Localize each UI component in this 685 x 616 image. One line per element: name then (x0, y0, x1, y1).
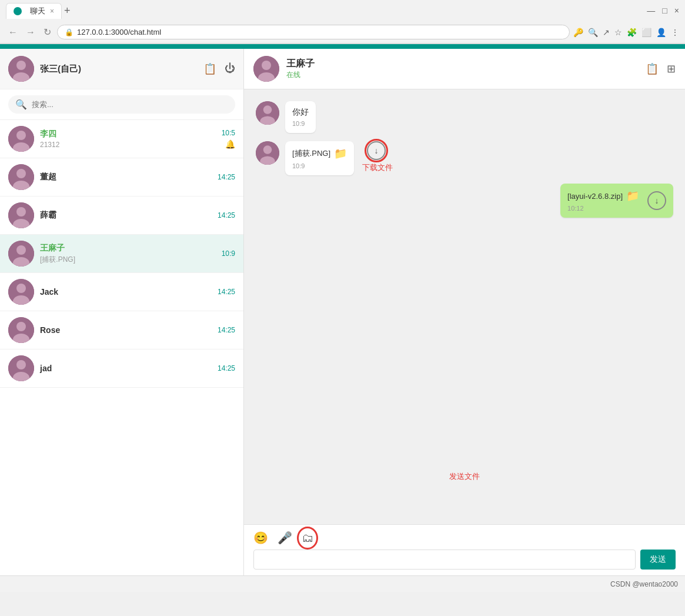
maximize-btn[interactable]: □ (662, 6, 667, 15)
chat-tools: 😊 🎤 🗂 (253, 531, 676, 545)
contact-meta: 14:25 (218, 211, 235, 219)
contact-name: jad (40, 364, 212, 373)
menu-icon[interactable]: ⋮ (671, 28, 679, 37)
download-group: ↓ 下载文件 (357, 141, 393, 173)
contact-avatar (8, 241, 34, 267)
sent-download-btn[interactable]: ↓ (647, 191, 666, 210)
tab-close-btn[interactable]: × (50, 7, 54, 15)
file-name: [捕获.PNG] (292, 148, 330, 159)
search-wrap[interactable]: 🔍 (8, 95, 235, 114)
contact-info: Jack (40, 287, 212, 297)
sidebar-view-icon[interactable]: ⬜ (641, 28, 651, 37)
forward-btn[interactable]: → (24, 25, 38, 40)
zoom-icon[interactable]: 🔍 (588, 28, 598, 37)
contact-meta: 14:25 (218, 173, 235, 181)
bottom-bar: CSDN @wentao2000 (0, 575, 685, 592)
sent-file-content: [layui-v2.6.8.zip] 📁 10:12 (567, 189, 639, 212)
svg-point-7 (16, 169, 26, 178)
msg-avatar (256, 101, 279, 125)
lock-icon: 🔒 (65, 28, 73, 36)
chat-input-area: 😊 🎤 🗂 发送 (244, 524, 685, 575)
download-icon: ↓ (375, 146, 379, 155)
contact-avatar (8, 355, 34, 381)
search-input[interactable] (32, 100, 228, 109)
emoji-icon[interactable]: 😊 (253, 531, 268, 545)
chat-contact-status: 在线 (286, 70, 639, 80)
svg-point-19 (16, 322, 26, 331)
star-icon[interactable]: ☆ (614, 28, 622, 37)
contact-item[interactable]: 董超 14:25 (0, 158, 243, 197)
svg-point-1 (16, 61, 26, 70)
browser-chrome: 聊天 × + — □ × ← → ↻ 🔒 127.0.0.1:3000/chat… (0, 0, 685, 44)
back-btn[interactable]: ← (6, 25, 20, 40)
msg-bubble-received: 你好 10:9 (285, 101, 316, 133)
contact-avatar (8, 279, 34, 305)
contact-meta: 14:25 (218, 364, 235, 372)
svg-point-25 (262, 61, 271, 70)
file-content: [捕获.PNG] 📁 10:9 (292, 147, 347, 169)
mic-icon[interactable]: 🎤 (278, 531, 292, 545)
chat-note-icon[interactable]: 📋 (646, 62, 659, 75)
close-btn[interactable]: × (674, 6, 679, 15)
download-btn[interactable]: ↓ (367, 141, 386, 160)
teal-accent-bar (0, 44, 685, 49)
msg-time: 10:9 (292, 120, 309, 127)
new-tab-btn[interactable]: + (64, 5, 71, 17)
contact-avatar (8, 317, 34, 343)
sidebar: 张三(自己) 📋 ⏻ 🔍 李四 (0, 49, 244, 575)
contact-time: 14:25 (218, 211, 235, 219)
contact-time: 14:25 (218, 173, 235, 181)
contact-item[interactable]: 李四 21312 10:5 🔔 (0, 120, 243, 158)
contact-item[interactable]: 王麻子 [捕获.PNG] 10:9 (0, 235, 243, 273)
contact-item[interactable]: 薛霸 14:25 (0, 197, 243, 235)
contact-name: 李四 (40, 129, 216, 139)
minimize-btn[interactable]: — (647, 6, 655, 15)
sent-file-time: 10:12 (567, 205, 639, 212)
contact-item[interactable]: Rose 14:25 (0, 311, 243, 349)
contact-avatar (8, 164, 34, 190)
contact-info: 李四 21312 (40, 129, 216, 149)
chat-header-info: 王麻子 在线 (286, 58, 639, 80)
browser-toolbar: ← → ↻ 🔒 127.0.0.1:3000/chat.html 🔑 🔍 ↗ ☆… (0, 21, 685, 44)
browser-titlebar: 聊天 × + — □ × (0, 0, 685, 21)
bookmark-icon[interactable]: 🔑 (573, 28, 583, 37)
msg-text: 你好 (292, 107, 309, 118)
contact-list: 李四 21312 10:5 🔔 董超 14:25 (0, 120, 243, 575)
send-btn[interactable]: 发送 (640, 550, 676, 570)
browser-tab[interactable]: 聊天 × (6, 3, 62, 19)
contact-badge: 🔔 (225, 139, 235, 149)
chat-input-field[interactable] (253, 550, 636, 570)
reload-btn[interactable]: ↻ (41, 24, 54, 40)
send-file-hint: 发送文件 (449, 471, 480, 482)
contact-name: 董超 (40, 172, 212, 182)
contact-info: jad (40, 364, 212, 373)
footer-credit: CSDN @wentao2000 (610, 580, 678, 588)
profile-icon[interactable]: 👤 (656, 28, 666, 37)
msg-received-text: 你好 10:9 (256, 101, 673, 133)
sent-file-name: [layui-v2.6.8.zip] (567, 192, 623, 201)
contact-info: 王麻子 [捕获.PNG] (40, 243, 216, 265)
chat-grid-icon[interactable]: ⊞ (667, 62, 676, 75)
contact-meta: 10:5 🔔 (222, 129, 235, 149)
folder-upload-icon[interactable]: 🗂 (302, 531, 313, 545)
address-text: 127.0.0.1:3000/chat.html (77, 28, 161, 36)
share-icon[interactable]: ↗ (603, 28, 610, 37)
note-icon[interactable]: 📋 (203, 62, 216, 75)
contact-time: 14:25 (218, 364, 235, 372)
contact-time: 14:25 (218, 288, 235, 296)
contact-time: 10:9 (222, 249, 235, 258)
address-bar[interactable]: 🔒 127.0.0.1:3000/chat.html (57, 25, 570, 39)
contact-info: Rose (40, 325, 212, 335)
browser-favicon (14, 7, 22, 15)
folder-icon: 📁 (334, 147, 347, 160)
contact-item[interactable]: jad 14:25 (0, 349, 243, 388)
sidebar-header-icons: 📋 ⏻ (203, 62, 235, 75)
power-icon[interactable]: ⏻ (225, 62, 235, 75)
search-icon: 🔍 (15, 99, 27, 110)
extension-icon[interactable]: 🧩 (627, 28, 637, 37)
contact-meta: 10:9 (222, 249, 235, 258)
sidebar-header: 张三(自己) 📋 ⏻ (0, 49, 243, 89)
contact-item[interactable]: Jack 14:25 (0, 273, 243, 311)
file-time: 10:9 (292, 162, 347, 169)
tab-title: 聊天 (30, 6, 45, 16)
